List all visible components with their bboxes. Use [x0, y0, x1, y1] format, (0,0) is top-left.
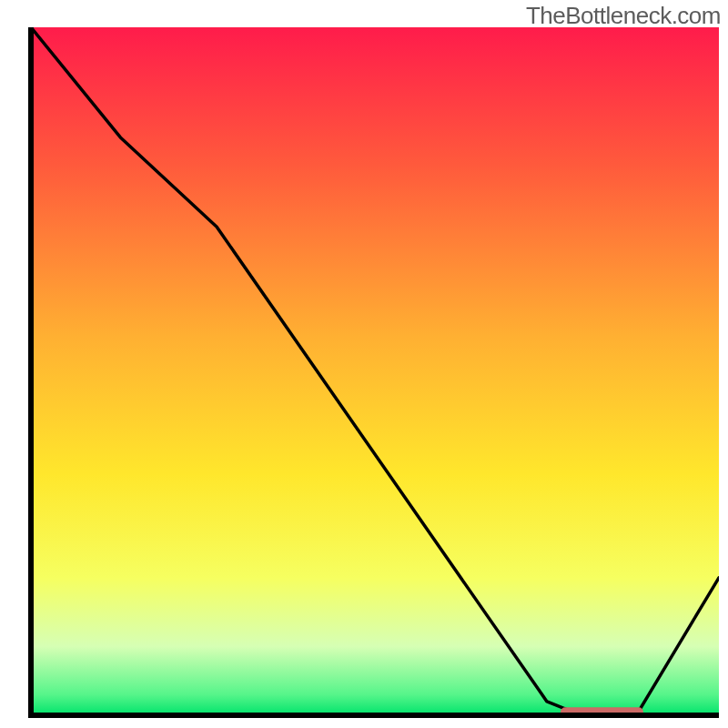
gradient-background [31, 27, 719, 715]
bottleneck-chart [0, 0, 728, 728]
chart-container: TheBottleneck.com [0, 0, 728, 728]
watermark-text: TheBottleneck.com [526, 2, 721, 30]
plot-area [31, 27, 719, 716]
